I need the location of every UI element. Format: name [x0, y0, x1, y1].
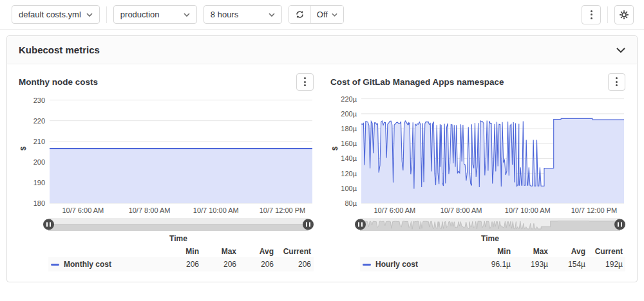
svg-text:140µ: 140µ [341, 154, 357, 162]
range-handle-right[interactable] [614, 219, 625, 230]
chart-legend: Min Max Avg Current Hourly cost 96.1µ 19… [360, 244, 625, 271]
range-handle-right[interactable] [303, 219, 314, 230]
legend-header-max: Max [202, 244, 239, 257]
svg-text:190: 190 [33, 179, 45, 187]
svg-text:10/7 6:00 AM: 10/7 6:00 AM [374, 206, 415, 214]
svg-text:10/7 10:00 AM: 10/7 10:00 AM [505, 206, 551, 214]
vertical-ellipsis-icon [304, 77, 306, 86]
dashboard-file-dropdown[interactable]: default costs.yml [12, 5, 100, 24]
series-avg: 154µ [551, 257, 588, 271]
svg-text:230: 230 [33, 96, 45, 104]
svg-text:220: 220 [33, 117, 45, 125]
refresh-interval-value: Off [317, 10, 328, 19]
refresh-icon [295, 10, 305, 19]
svg-text:$: $ [19, 147, 27, 150]
toolbar-divider [106, 6, 107, 23]
legend-header-current: Current [588, 244, 625, 257]
range-handle-left[interactable] [355, 219, 366, 230]
legend-header-min: Min [476, 244, 513, 257]
monthly-node-costs-chart[interactable]: 23022021020019018010/7 6:00 AM10/7 8:00 … [19, 93, 316, 216]
svg-text:210: 210 [33, 138, 45, 145]
hourly-chart-range-slider[interactable] [360, 218, 620, 231]
gear-icon [619, 10, 629, 20]
x-axis-title: Time [48, 234, 308, 243]
chart-title: Cost of GitLab Managed Apps namespace [330, 77, 504, 87]
svg-text:180µ: 180µ [341, 125, 357, 132]
vertical-ellipsis-icon [591, 10, 592, 19]
environment-dropdown[interactable]: production [113, 5, 197, 24]
vertical-ellipsis-icon [616, 77, 618, 86]
chevron-down-icon [184, 13, 190, 17]
series-max: 206 [202, 257, 239, 271]
series-name: Monthly cost [64, 260, 111, 269]
monthly-chart-range-slider[interactable] [48, 218, 308, 231]
panel-body: Monthy node costs 23022021020019018010/7… [7, 64, 637, 282]
svg-text:160µ: 160µ [341, 140, 357, 147]
svg-text:200µ: 200µ [341, 110, 357, 118]
dashboard-settings-button[interactable] [614, 5, 634, 24]
legend-header-max: Max [513, 244, 551, 257]
environment-value: production [120, 10, 160, 19]
time-range-dropdown[interactable]: 8 hours [204, 5, 282, 24]
refresh-interval-dropdown[interactable]: Off [311, 6, 343, 23]
svg-text:10/7 8:00 AM: 10/7 8:00 AM [129, 206, 171, 214]
series-current: 192µ [588, 257, 625, 271]
svg-text:220µ: 220µ [341, 95, 357, 103]
kubecost-panel: Kubecost metrics Monthy node costs 23022… [6, 35, 638, 282]
svg-text:100µ: 100µ [341, 185, 357, 192]
series-min: 96.1µ [476, 257, 513, 271]
svg-text:10/7 12:00 PM: 10/7 12:00 PM [571, 206, 618, 214]
svg-text:$: $ [331, 147, 339, 150]
series-name: Hourly cost [375, 260, 418, 269]
svg-text:200: 200 [33, 158, 45, 166]
svg-text:10/7 10:00 AM: 10/7 10:00 AM [193, 206, 239, 214]
svg-text:120µ: 120µ [341, 170, 357, 178]
series-min: 206 [164, 257, 202, 271]
series-color-dash [51, 264, 59, 266]
svg-text:80µ: 80µ [345, 199, 357, 207]
svg-text:10/7 8:00 AM: 10/7 8:00 AM [440, 206, 482, 214]
chevron-down-icon [332, 13, 337, 17]
x-axis-title: Time [360, 234, 620, 243]
chevron-down-icon[interactable] [616, 48, 625, 53]
legend-row-hourly-cost[interactable]: Hourly cost 96.1µ 193µ 154µ 192µ [360, 257, 625, 271]
chevron-down-icon [86, 13, 93, 17]
range-handle-left[interactable] [43, 219, 54, 230]
dashboard-file-value: default costs.yml [19, 10, 81, 19]
refresh-button[interactable] [289, 6, 311, 23]
legend-row-monthly-cost[interactable]: Monthly cost 206 206 206 206 [48, 257, 314, 271]
chart-title: Monthy node costs [19, 77, 98, 87]
legend-header-avg: Avg [551, 244, 588, 257]
toolbar-divider [607, 6, 608, 23]
panel-title: Kubecost metrics [19, 44, 100, 55]
series-avg: 206 [239, 257, 276, 271]
range-slider-preview [48, 218, 308, 231]
kubecost-panel-header[interactable]: Kubecost metrics [7, 36, 637, 64]
legend-header-current: Current [276, 244, 314, 257]
range-slider-preview [360, 218, 620, 231]
svg-text:180: 180 [33, 199, 45, 207]
chart-kebab-button[interactable] [296, 73, 314, 91]
managed-apps-cost-chart[interactable]: 220µ200µ180µ160µ140µ120µ100µ80µ10/7 6:00… [330, 93, 628, 216]
dashboard-toolbar: default costs.yml production 8 hours Off [0, 0, 644, 30]
chevron-down-icon [269, 13, 275, 17]
series-color-dash [363, 264, 371, 266]
chart-card-gitlab-managed-apps-cost: Cost of GitLab Managed Apps namespace 22… [330, 67, 625, 271]
chart-kebab-button[interactable] [608, 73, 625, 91]
svg-text:10/7 12:00 PM: 10/7 12:00 PM [260, 206, 306, 214]
refresh-group: Off [289, 5, 344, 24]
legend-header-min: Min [164, 244, 202, 257]
dashboard-actions-kebab-button[interactable] [582, 5, 601, 24]
legend-header-avg: Avg [239, 244, 276, 257]
svg-text:10/7 6:00 AM: 10/7 6:00 AM [62, 206, 104, 214]
series-current: 206 [276, 257, 314, 271]
chart-card-monthly-node-costs: Monthy node costs 23022021020019018010/7… [19, 67, 314, 271]
time-range-value: 8 hours [211, 10, 238, 19]
series-max: 193µ [513, 257, 551, 271]
chart-legend: Min Max Avg Current Monthly cost 206 206… [48, 244, 314, 271]
